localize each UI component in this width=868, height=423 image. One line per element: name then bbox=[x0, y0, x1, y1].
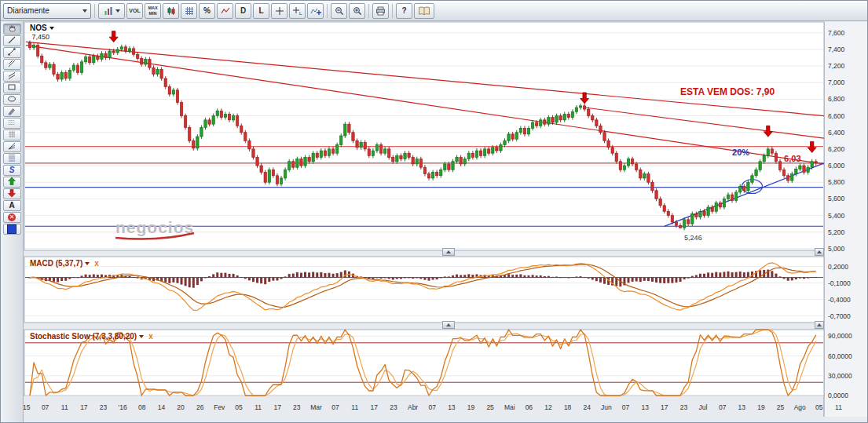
color-swatch-tool[interactable] bbox=[3, 224, 21, 235]
crosshair-button[interactable] bbox=[271, 3, 288, 19]
l-label: L bbox=[258, 7, 263, 15]
macd-close-button[interactable]: x bbox=[94, 259, 99, 268]
svg-text:07: 07 bbox=[428, 403, 436, 411]
collapse-up-icon bbox=[817, 323, 822, 326]
svg-text:Fev: Fev bbox=[214, 403, 225, 411]
svg-text:90,0000: 90,0000 bbox=[828, 332, 852, 340]
svg-text:ESTA VEM DOS: 7,90: ESTA VEM DOS: 7,90 bbox=[680, 86, 775, 97]
stochastic-close-button[interactable]: x bbox=[148, 332, 153, 341]
candlestick-icon bbox=[167, 6, 176, 16]
arrow-down-marker-tool[interactable] bbox=[3, 188, 21, 199]
svg-text:18: 18 bbox=[564, 403, 572, 411]
collapse-up-icon bbox=[817, 250, 822, 253]
crosshair-line-button[interactable]: L bbox=[289, 3, 306, 19]
percent-scale-button[interactable]: % bbox=[199, 3, 215, 19]
macd-collapse-caret[interactable] bbox=[85, 262, 90, 265]
svg-text:5,200: 5,200 bbox=[828, 228, 845, 236]
rectangle-tool[interactable] bbox=[3, 82, 21, 93]
trendline-icon bbox=[7, 47, 16, 58]
line-mode-l-button[interactable]: L bbox=[253, 3, 269, 19]
panel-resize-handle[interactable] bbox=[442, 321, 455, 329]
s-wave-tool[interactable]: S bbox=[3, 165, 21, 176]
svg-text:7,600: 7,600 bbox=[828, 29, 845, 37]
stochastic-collapse-caret[interactable] bbox=[139, 335, 144, 338]
ellipse-tool[interactable] bbox=[3, 94, 21, 105]
macd-label: MACD (5,37,7) bbox=[30, 259, 82, 268]
panel-scroll-button[interactable] bbox=[815, 321, 824, 329]
toolbar-separator bbox=[368, 4, 369, 18]
d-label: D bbox=[240, 7, 246, 15]
line-tool[interactable] bbox=[3, 35, 21, 46]
grid-toggle-button[interactable] bbox=[181, 3, 197, 19]
pan-hand-tool[interactable] bbox=[3, 24, 21, 35]
svg-text:12: 12 bbox=[544, 403, 552, 411]
svg-text:19: 19 bbox=[467, 403, 475, 411]
svg-text:5,000: 5,000 bbox=[828, 245, 845, 253]
svg-text:25: 25 bbox=[486, 403, 494, 411]
ray-icon bbox=[7, 59, 16, 70]
crosshair-l-icon: L bbox=[292, 6, 302, 16]
text-tool[interactable]: A bbox=[3, 200, 21, 211]
dense-grid-tool[interactable] bbox=[3, 129, 21, 140]
brush-tool[interactable] bbox=[3, 106, 21, 117]
parallel-channel-tool[interactable] bbox=[3, 71, 21, 82]
book-icon bbox=[418, 6, 430, 16]
print-button[interactable] bbox=[372, 3, 389, 19]
svg-text:Mai: Mai bbox=[504, 403, 515, 411]
text-tool-label: A bbox=[9, 202, 14, 210]
zoom-in-button[interactable] bbox=[349, 3, 365, 19]
fib-fan-tool[interactable] bbox=[3, 141, 21, 152]
chart-type-dropdown[interactable] bbox=[98, 3, 125, 19]
candlestick-style-button[interactable] bbox=[163, 3, 179, 19]
ray-tool[interactable] bbox=[3, 59, 21, 70]
delete-x-icon: ✕ bbox=[8, 213, 16, 221]
zigzag-plus-icon bbox=[310, 6, 321, 16]
symbol-dropdown-caret[interactable] bbox=[49, 27, 54, 30]
pencil-icon bbox=[7, 106, 16, 117]
zoom-out-button[interactable] bbox=[331, 3, 347, 19]
svg-text:11: 11 bbox=[351, 403, 358, 411]
svg-text:Jun: Jun bbox=[601, 403, 612, 411]
ellipse-icon bbox=[7, 94, 16, 105]
grid-icon bbox=[185, 6, 194, 16]
timeframe-label: Diariamente bbox=[7, 6, 49, 15]
arrow-up-marker-tool[interactable] bbox=[3, 177, 21, 188]
svg-text:19: 19 bbox=[757, 403, 765, 411]
help-button[interactable]: ? bbox=[396, 3, 412, 19]
svg-text:07: 07 bbox=[719, 403, 727, 411]
svg-text:06: 06 bbox=[526, 403, 533, 411]
fib-retracement-tool[interactable] bbox=[3, 153, 21, 164]
volume-button[interactable]: VOL bbox=[126, 3, 143, 19]
parallel-lines-icon bbox=[7, 71, 16, 82]
trendline-tool[interactable] bbox=[3, 47, 21, 58]
chart-canvas[interactable]: 7,6007,4007,2007,0006,8006,6006,4006,200… bbox=[1, 21, 868, 423]
add-indicator-button[interactable] bbox=[307, 3, 324, 19]
svg-text:Mar: Mar bbox=[310, 403, 322, 411]
crosshair-icon bbox=[275, 6, 284, 16]
svg-text:-0,7000: -0,7000 bbox=[828, 312, 851, 320]
svg-text:17: 17 bbox=[273, 403, 281, 411]
blue-swatch-icon bbox=[7, 224, 16, 234]
svg-text:L: L bbox=[299, 11, 302, 16]
delete-drawing-tool[interactable]: ✕ bbox=[3, 212, 21, 223]
stochastic-label: Stochastic Slow (7,3,3,80,20) bbox=[30, 332, 137, 341]
symbol-label: NOS bbox=[30, 24, 47, 32]
timeframe-select[interactable]: Diariamente bbox=[3, 3, 91, 19]
toolbar-separator bbox=[94, 4, 95, 18]
panel-resize-handle[interactable] bbox=[442, 248, 455, 256]
dotted-grid-tool[interactable] bbox=[3, 118, 21, 129]
svg-text:17: 17 bbox=[371, 403, 379, 411]
svg-text:24: 24 bbox=[584, 403, 591, 411]
zigzag-indicator-button[interactable] bbox=[217, 3, 233, 19]
svg-text:7,200: 7,200 bbox=[828, 62, 845, 70]
svg-text:6,600: 6,600 bbox=[828, 112, 845, 120]
svg-text:Abr: Abr bbox=[408, 403, 418, 411]
manual-button[interactable] bbox=[414, 3, 434, 19]
svg-text:Jul: Jul bbox=[699, 403, 708, 411]
max-min-button[interactable]: MAX MIN bbox=[145, 3, 161, 19]
svg-text:5,246: 5,246 bbox=[684, 234, 702, 242]
zigzag-icon bbox=[221, 6, 230, 16]
svg-text:08: 08 bbox=[138, 403, 146, 411]
panel-scroll-button[interactable] bbox=[815, 248, 824, 256]
draw-mode-d-button[interactable]: D bbox=[235, 3, 251, 19]
